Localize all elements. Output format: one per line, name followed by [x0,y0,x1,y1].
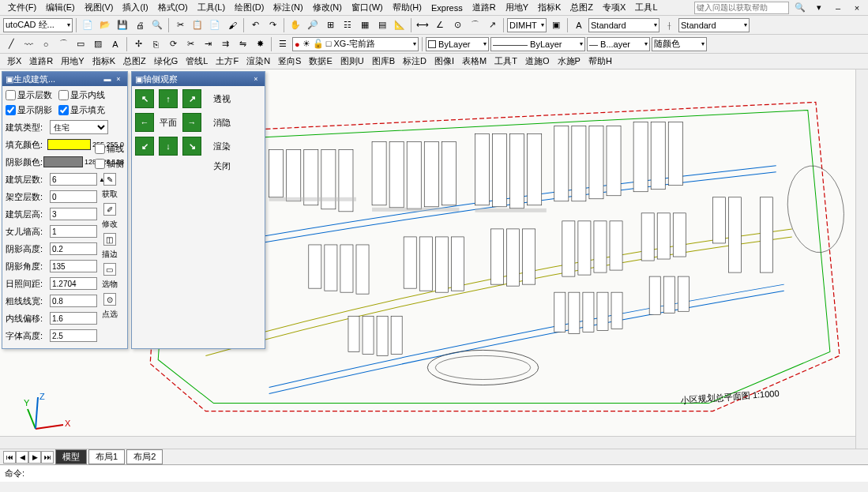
dimstyle-combo[interactable]: DIMHT▾ [507,18,547,32]
polyline-icon[interactable]: 〰 [21,36,36,52]
zoomwin-icon[interactable]: ⊞ [322,17,338,33]
menu-special[interactable]: 专项X [598,0,630,15]
menu-land[interactable]: 用地Y [501,0,533,15]
pmenu-water[interactable]: 水施P [554,54,584,69]
menu-modify[interactable]: 修改(N) [308,0,347,15]
plotcolor-combo[interactable]: 随颜色▾ [652,37,707,51]
dim-leader-icon[interactable]: ↗ [484,17,500,33]
menu-index[interactable]: 指标K [533,0,566,15]
workspace-combo[interactable]: utoCAD 经...▾ [3,18,73,32]
pmenu-help[interactable]: 帮助H [584,54,616,69]
panel2-close-icon[interactable]: × [250,73,261,85]
pmenu-shape[interactable]: 形X [3,54,25,69]
rotate-icon[interactable]: ⟳ [165,36,181,52]
pick-button-icon[interactable]: ⊙ [103,293,116,306]
shadowcolor-swatch[interactable] [43,156,83,167]
tab-nav-prev-icon[interactable]: ◀ [16,451,28,464]
check-axon[interactable]: 轴侧 [95,158,124,170]
designctr-icon[interactable]: ▦ [357,17,373,33]
matchprop-icon[interactable]: 🖌 [224,17,240,33]
check-floors[interactable]: 显示层数 [6,89,52,101]
pmenu-data[interactable]: 数据E [305,54,336,69]
toolpal-icon[interactable]: ▤ [374,17,390,33]
circle-icon[interactable]: ○ [38,36,54,52]
tab-nav-last-icon[interactable]: ⏭ [41,451,54,464]
outline-button-icon[interactable]: ◫ [103,233,116,246]
zoom-icon[interactable]: 🔎 [305,17,321,33]
get-button-icon[interactable]: ✎ [103,173,116,186]
mirror-icon[interactable]: ⇋ [235,36,250,52]
height-input[interactable] [50,208,97,220]
view-w-button[interactable]: ← [135,113,154,132]
menu-file[interactable]: 文件(F) [3,0,41,15]
cut-icon[interactable]: ✂ [172,17,188,33]
fillcolor-swatch[interactable] [47,139,91,150]
undo-icon[interactable]: ↶ [247,17,263,33]
view-s-button[interactable]: ↓ [159,137,178,156]
pmenu-vertical[interactable]: 竖向S [274,54,305,69]
help-search-input[interactable] [694,2,789,14]
tab-nav-first-icon[interactable]: ⏮ [3,451,16,464]
command-line[interactable]: 命令: [0,464,868,482]
sundist-input[interactable] [50,277,97,290]
extend-icon[interactable]: ⇥ [200,36,216,52]
pmenu-master[interactable]: 总图Z [119,54,150,69]
menu-masterplan[interactable]: 总图Z [566,0,598,15]
dim-update-icon[interactable]: ▣ [548,17,564,33]
pmenu-render[interactable]: 渲染N [242,54,274,69]
view-e-button[interactable]: → [182,113,201,132]
calc-icon[interactable]: 📐 [392,17,408,33]
linew-input[interactable] [50,295,97,307]
print-icon[interactable]: 🖨 [132,17,148,33]
pmenu-earth[interactable]: 土方F [212,54,242,69]
tab-layout2[interactable]: 布局2 [126,449,163,464]
help-search-go-icon[interactable]: 🔍 [792,0,808,16]
line-icon[interactable]: ╱ [3,36,19,52]
view-ne-button[interactable]: ↗ [182,89,201,108]
open-icon[interactable]: 📂 [97,17,113,33]
menu-view[interactable]: 视图(V) [80,0,118,15]
dimstyle-combo2[interactable]: Standard▾ [678,18,750,32]
panel1-close-icon[interactable]: × [113,73,124,85]
pmenu-table[interactable]: 表格M [458,54,490,69]
tab-layout1[interactable]: 布局1 [88,449,125,464]
pmenu-roadfac[interactable]: 道施O [521,54,554,69]
shadowa-input[interactable] [50,260,97,272]
view-se-button[interactable]: ↘ [182,137,201,156]
close-icon[interactable]: × [849,0,865,16]
properties-icon[interactable]: ☷ [340,17,355,33]
textstyle-combo[interactable]: Standard▾ [588,18,659,32]
view-sw-button[interactable]: ↙ [135,137,154,156]
offset-icon[interactable]: ⇉ [217,36,233,52]
fonth-input[interactable] [50,329,97,342]
menu-window[interactable]: 窗口(W) [347,0,388,15]
textstyle-icon[interactable]: A [571,17,587,33]
copy-icon[interactable]: 📋 [190,17,205,33]
inneroff-input[interactable] [50,312,97,325]
check-shadow[interactable]: 显示阴影 [6,104,52,116]
new-icon[interactable]: 📄 [80,17,96,33]
vertical-scrollbar[interactable] [855,69,868,449]
linetype-combo[interactable]: ———— ByLayer▾ [490,37,585,51]
empty-input[interactable] [50,190,97,203]
hide-label[interactable]: 消隐 [206,113,238,132]
modify-button-icon[interactable]: ✐ [103,203,116,216]
tab-model[interactable]: 模型 [55,449,87,464]
menu-help[interactable]: 帮助(H) [388,0,426,15]
check-fill[interactable]: 显示填充 [58,104,105,116]
render-label[interactable]: 渲染 [206,137,238,156]
menu-insert[interactable]: 插入(I) [118,0,152,15]
dim-radius-icon[interactable]: ⊙ [449,17,465,33]
horizontal-scrollbar[interactable] [0,436,855,449]
dim-arc-icon[interactable]: ⌒ [467,17,483,33]
trim-icon[interactable]: ✂ [182,36,198,52]
pan-icon[interactable]: ✋ [287,17,303,33]
menu-tool2[interactable]: 工具L [630,0,662,15]
type-select[interactable]: 住宅 [50,120,108,134]
check-innerline[interactable]: 显示内线 [58,89,105,101]
pmenu-road[interactable]: 道路R [25,54,57,69]
move-icon[interactable]: ✢ [130,36,146,52]
close-label[interactable]: 关闭 [206,160,238,172]
text-icon[interactable]: A [107,36,123,52]
copy2-icon[interactable]: ⎘ [148,36,163,52]
